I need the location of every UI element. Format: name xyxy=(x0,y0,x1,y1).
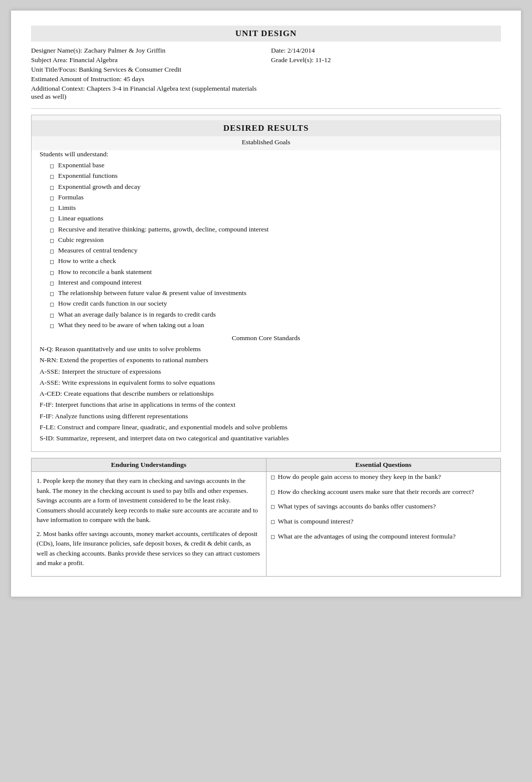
subject-line: Subject Area: Financial Algebra xyxy=(31,56,261,64)
designer-value: Zachary Palmer & Joy Griffin xyxy=(84,47,165,54)
list-item-text: The relationship between future value & … xyxy=(58,288,246,298)
meta-left: Designer Name(s): Zachary Palmer & Joy G… xyxy=(31,47,261,102)
bullet-icon: ◻ xyxy=(50,236,54,245)
list-item-text: Recursive and iterative thinking: patter… xyxy=(58,224,269,234)
additional-line: Additional Context: Chapters 3-4 in Fina… xyxy=(31,85,261,101)
list-item: ◻Exponential functions xyxy=(50,171,492,181)
list-item: ◻How credit cards function in our societ… xyxy=(50,299,492,309)
standard-item: N-Q: Reason quantitatively and use units… xyxy=(40,344,492,354)
list-item-text: Exponential base xyxy=(58,160,105,170)
bullet-icon: ◻ xyxy=(50,269,54,277)
bullet-icon: ◻ xyxy=(50,311,54,320)
list-item: ◻Cubic regression xyxy=(50,235,492,245)
page: UNIT DESIGN Designer Name(s): Zachary Pa… xyxy=(11,10,521,597)
designer-line: Designer Name(s): Zachary Palmer & Joy G… xyxy=(31,47,261,55)
essential-question-text: What types of savings accounts do banks … xyxy=(278,501,436,511)
list-item: ◻Exponential base xyxy=(50,160,492,170)
page-title: UNIT DESIGN xyxy=(31,26,501,42)
bullet-icon: ◻ xyxy=(50,290,54,298)
list-item-text: How credit cards function in our society xyxy=(58,299,167,309)
bullet-icon: ◻ xyxy=(50,300,54,309)
desired-results-heading: DESIRED RESULTS xyxy=(32,120,500,136)
understands-label: Students will understand: xyxy=(40,150,492,158)
list-item-text: How to write a check xyxy=(58,256,116,266)
standard-item: S-ID: Summarize, represent, and interpre… xyxy=(40,433,492,443)
bullet-icon: ◻ xyxy=(50,204,54,213)
list-item: ◻Linear equations xyxy=(50,213,492,223)
bottom-table: Enduring Understandings 1. People keep t… xyxy=(31,458,501,577)
list-item: ◻Measures of central tendency xyxy=(50,245,492,255)
essential-question-text: How do checking account users make sure … xyxy=(278,487,474,497)
desired-results-section: DESIRED RESULTS Established Goals Studen… xyxy=(31,115,501,452)
list-item: ◻What are the advantages of using the co… xyxy=(271,532,497,542)
bullet-icon: ◻ xyxy=(271,518,275,526)
bullet-icon: ◻ xyxy=(50,279,54,288)
bullet-icon: ◻ xyxy=(50,172,54,181)
bullet-icon: ◻ xyxy=(271,488,275,496)
list-item: ◻What an average daily balance is in reg… xyxy=(50,310,492,320)
enduring-understandings-col: Enduring Understandings 1. People keep t… xyxy=(32,458,267,576)
list-item: ◻What they need to be aware of when taki… xyxy=(50,320,492,330)
standard-item: A-SSE: Write expressions in equivalent f… xyxy=(40,378,492,388)
additional-label: Additional Context: xyxy=(31,85,85,92)
meta-section: Designer Name(s): Zachary Palmer & Joy G… xyxy=(31,47,501,102)
standard-item: A-CED: Create equations that describe nu… xyxy=(40,389,492,399)
list-item: ◻What is compound interest? xyxy=(271,516,497,527)
standard-item: F-LE: Construct and compare linear, quad… xyxy=(40,422,492,432)
date-line: Date: 2/14/2014 xyxy=(271,47,501,55)
list-item-text: What an average daily balance is in rega… xyxy=(58,310,216,320)
estimated-line: Estimated Amount of Instruction: 45 days xyxy=(31,75,261,83)
bullet-icon: ◻ xyxy=(50,226,54,234)
list-item-text: Cubic regression xyxy=(58,235,104,245)
date-value: 2/14/2014 xyxy=(288,47,315,54)
list-item-text: Formulas xyxy=(58,192,84,202)
list-item: ◻How to write a check xyxy=(50,256,492,266)
essential-question-text: What are the advantages of using the com… xyxy=(278,532,456,542)
list-item-text: Exponential functions xyxy=(58,171,118,181)
list-item: ◻The relationship between future value &… xyxy=(50,288,492,298)
list-item: ◻Formulas xyxy=(50,192,492,202)
enduring-understandings-header: Enduring Understandings xyxy=(32,458,266,472)
list-item: ◻How do people gain access to money they… xyxy=(271,472,497,482)
list-item: ◻Interest and compound interest xyxy=(50,278,492,288)
standards-list: N-Q: Reason quantitatively and use units… xyxy=(40,344,492,443)
standard-item: F-IF: Interpret functions that arise in … xyxy=(40,400,492,410)
goals-content: Students will understand: ◻Exponential b… xyxy=(32,150,500,451)
date-label: Date: xyxy=(271,47,286,54)
list-item-text: Limits xyxy=(58,203,76,213)
bullet-icon: ◻ xyxy=(271,473,275,481)
established-goals-label: Established Goals xyxy=(32,138,500,146)
bullet-icon: ◻ xyxy=(50,194,54,202)
bullet-icon: ◻ xyxy=(50,183,54,192)
bullet-list: ◻Exponential base◻Exponential functions◻… xyxy=(40,160,492,330)
essential-questions-list: ◻How do people gain access to money they… xyxy=(267,472,501,541)
bullet-icon: ◻ xyxy=(271,533,275,541)
meta-right: Date: 2/14/2014 Grade Level(s): 11-12 xyxy=(271,47,501,102)
standard-item: F-IF: Analyze functions using different … xyxy=(40,411,492,421)
list-item-text: Exponential growth and decay xyxy=(58,182,141,192)
estimated-label: Estimated Amount of Instruction: xyxy=(31,75,122,83)
list-item-text: Linear equations xyxy=(58,213,103,223)
list-item: ◻How do checking account users make sure… xyxy=(271,487,497,497)
bullet-icon: ◻ xyxy=(50,162,54,170)
list-item: ◻Limits xyxy=(50,203,492,213)
grade-line: Grade Level(s): 11-12 xyxy=(271,56,501,64)
unit-label: Unit Title/Focus: xyxy=(31,66,77,73)
list-item: ◻Exponential growth and decay xyxy=(50,182,492,192)
list-item-text: Measures of central tendency xyxy=(58,245,138,255)
standard-item: N-RN: Extend the properties of exponents… xyxy=(40,355,492,365)
common-core-label: Common Core Standards xyxy=(40,334,492,342)
standard-item: A-SSE: Interpret the structure of expres… xyxy=(40,367,492,377)
bullet-icon: ◻ xyxy=(50,247,54,255)
grade-value: 11-12 xyxy=(315,56,331,64)
essential-question-text: How do people gain access to money they … xyxy=(278,472,441,482)
unit-line: Unit Title/Focus: Banking Services & Con… xyxy=(31,66,261,74)
enduring-understanding-paragraph: 2. Most banks offer savings accounts, mo… xyxy=(37,529,261,568)
list-item-text: Interest and compound interest xyxy=(58,278,142,288)
bullet-icon: ◻ xyxy=(50,257,54,266)
list-item-text: What they need to be aware of when takin… xyxy=(58,320,204,330)
bullet-icon: ◻ xyxy=(271,503,275,511)
essential-questions-col: Essential Questions ◻How do people gain … xyxy=(267,458,501,576)
grade-label: Grade Level(s): xyxy=(271,56,314,64)
unit-value: Banking Services & Consumer Credit xyxy=(79,66,181,73)
